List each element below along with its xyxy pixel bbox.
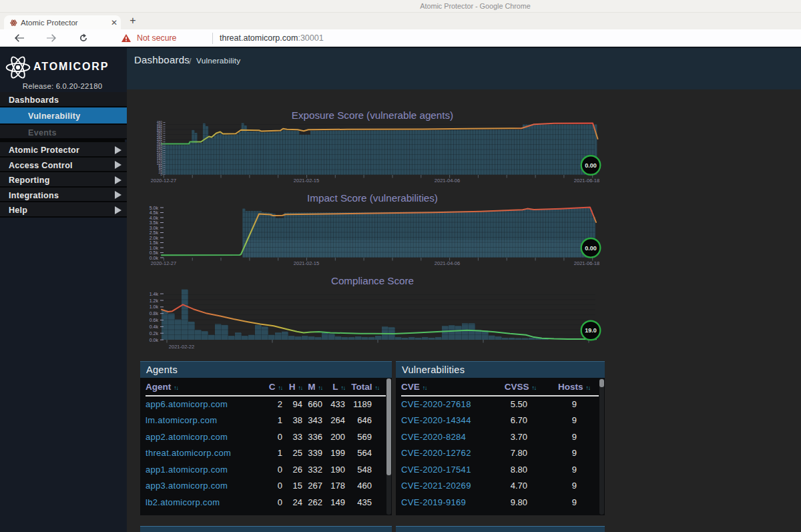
svg-text:1.5k: 1.5k: [150, 240, 159, 245]
svg-text:0.4k: 0.4k: [150, 324, 159, 329]
svg-text:2021-02-15: 2021-02-15: [294, 260, 319, 266]
svg-text:Compliance Score: Compliance Score: [331, 275, 414, 286]
svg-text:2021-06-18: 2021-06-18: [574, 178, 599, 184]
svg-text:Impact Score (vulnerabilities): Impact Score (vulnerabilities): [307, 192, 438, 204]
svg-text:2021-04-06: 2021-04-06: [435, 178, 460, 184]
svg-text:2020-12-27: 2020-12-27: [151, 260, 176, 266]
svg-text:0.00: 0.00: [585, 162, 597, 169]
svg-text:0.5k: 0.5k: [150, 250, 159, 255]
svg-text:3.5k: 3.5k: [150, 220, 159, 225]
svg-text:2.0k: 2.0k: [150, 236, 159, 240]
svg-text:2021-02-15: 2021-02-15: [294, 178, 319, 184]
svg-text:0.00: 0.00: [585, 245, 597, 252]
svg-text:4.5k: 4.5k: [150, 210, 159, 215]
svg-text:2021-02-22: 2021-02-22: [169, 344, 194, 350]
svg-text:2021-04-06: 2021-04-06: [435, 260, 460, 266]
svg-text:0.2k: 0.2k: [150, 331, 159, 336]
svg-text:0.0k: 0.0k: [150, 338, 159, 342]
svg-text:2020-12-27: 2020-12-27: [151, 178, 176, 184]
svg-text:4.0k: 4.0k: [150, 216, 159, 220]
svg-text:2.5k: 2.5k: [150, 230, 159, 235]
svg-text:0.6k: 0.6k: [150, 318, 159, 322]
svg-text:0: 0: [160, 172, 162, 176]
svg-text:2021-06-18: 2021-06-18: [574, 260, 599, 266]
svg-text:0.8k: 0.8k: [150, 311, 159, 316]
svg-text:3.0k: 3.0k: [150, 226, 159, 230]
svg-text:1.0k: 1.0k: [150, 246, 159, 250]
svg-text:0.0k: 0.0k: [150, 256, 159, 260]
svg-text:19.0: 19.0: [585, 327, 597, 334]
svg-text:1.4k: 1.4k: [150, 292, 159, 296]
svg-text:1.2k: 1.2k: [150, 298, 159, 303]
svg-text:1.0k: 1.0k: [150, 304, 159, 309]
svg-text:5.0k: 5.0k: [150, 206, 159, 210]
svg-text:Exposure Score (vulnerable age: Exposure Score (vulnerable agents): [292, 109, 453, 121]
